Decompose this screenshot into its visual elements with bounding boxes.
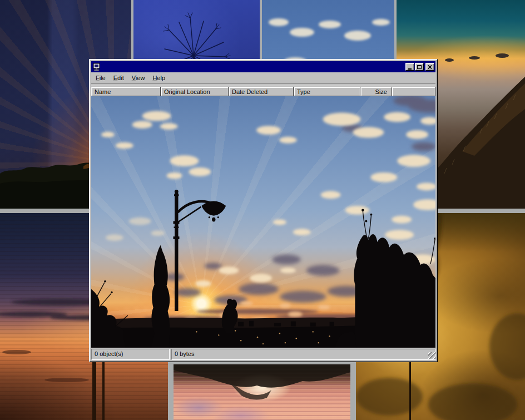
column-header-original-location[interactable]: Original Location: [161, 87, 229, 96]
golden-blur-pole: [409, 362, 411, 420]
menu-file[interactable]: File: [92, 73, 110, 83]
menu-help[interactable]: Help: [148, 73, 169, 83]
title-bar[interactable]: [91, 61, 435, 72]
column-headers: Name Original Location Date Deleted Type…: [91, 87, 435, 96]
maximize-button[interactable]: [415, 63, 424, 71]
wallpaper-photo-water-reflection: [174, 364, 350, 420]
menu-edit[interactable]: Edit: [110, 73, 128, 83]
menu-view[interactable]: View: [128, 73, 149, 83]
status-bar: 0 object(s) 0 bytes: [91, 348, 435, 360]
file-list-area[interactable]: [91, 96, 435, 348]
recycle-bin-window: File Edit View Help Name Original Locati…: [89, 59, 438, 362]
window-frame: File Edit View Help Name Original Locati…: [91, 61, 435, 360]
menu-bar: File Edit View Help: [91, 72, 435, 83]
desktop: File Edit View Help Name Original Locati…: [0, 0, 525, 420]
menu-separator: [91, 83, 435, 86]
resize-grip[interactable]: [428, 352, 435, 359]
status-object-count: 0 object(s): [91, 349, 170, 360]
column-header-name[interactable]: Name: [91, 87, 161, 96]
content-photo-sunset-streetlamp: [91, 96, 435, 348]
column-header-blank[interactable]: [392, 87, 435, 96]
column-header-size[interactable]: Size: [360, 87, 392, 96]
column-header-date-deleted[interactable]: Date Deleted: [229, 87, 294, 96]
column-header-type[interactable]: Type: [294, 87, 360, 96]
reflection-trees: [174, 364, 350, 420]
minimize-button[interactable]: [405, 63, 414, 71]
status-size: 0 bytes: [171, 349, 435, 360]
maximize-icon: [417, 65, 422, 69]
minimize-icon: [408, 68, 412, 70]
computer-icon[interactable]: [92, 63, 101, 71]
photo-foreground-silhouettes: [91, 96, 435, 348]
close-button[interactable]: [425, 63, 434, 71]
close-icon: [428, 65, 432, 69]
